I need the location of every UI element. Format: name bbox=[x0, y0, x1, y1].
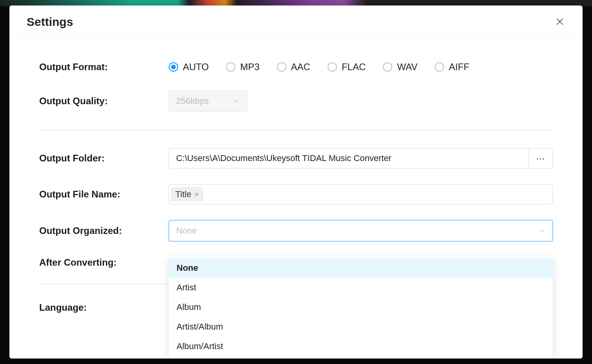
dropdown-option[interactable]: Artist/Album bbox=[169, 317, 553, 337]
radio-flac[interactable]: FLAC bbox=[328, 62, 366, 72]
row-output-file-name: Output File Name: Title× bbox=[39, 184, 553, 205]
output-organized-dropdown: NoneArtistAlbumArtist/AlbumAlbum/Artist bbox=[169, 256, 553, 359]
row-output-format: Output Format: AUTOMP3AACFLACWAVAIFF bbox=[39, 62, 553, 72]
label-output-format: Output Format: bbox=[39, 62, 169, 72]
radio-wav[interactable]: WAV bbox=[383, 62, 417, 72]
ellipsis-icon: ··· bbox=[536, 153, 545, 164]
radio-label: MP3 bbox=[240, 62, 259, 72]
modal-title: Settings bbox=[27, 15, 73, 29]
radio-icon bbox=[435, 62, 444, 72]
remove-tag-icon[interactable]: × bbox=[195, 191, 199, 198]
close-button[interactable] bbox=[553, 15, 567, 29]
radio-label: AAC bbox=[291, 62, 310, 72]
radio-label: FLAC bbox=[342, 62, 366, 72]
label-output-file-name: Output File Name: bbox=[39, 189, 169, 200]
radio-icon bbox=[328, 62, 337, 72]
radio-icon bbox=[277, 62, 286, 72]
radio-aiff[interactable]: AIFF bbox=[435, 62, 469, 72]
radio-label: AIFF bbox=[449, 62, 469, 72]
row-output-quality: Output Quality: 256kbps bbox=[39, 91, 553, 112]
radio-icon bbox=[383, 62, 392, 72]
output-quality-value: 256kbps bbox=[176, 96, 209, 106]
label-language: Language: bbox=[39, 302, 169, 313]
label-after-converting: After Converting: bbox=[39, 257, 169, 268]
modal-header: Settings bbox=[9, 5, 583, 38]
divider bbox=[39, 130, 553, 130]
radio-aac[interactable]: AAC bbox=[277, 62, 310, 72]
settings-modal: Settings Output Format: AUTOMP3AACFLACWA… bbox=[9, 5, 583, 359]
browse-folder-button[interactable]: ··· bbox=[528, 148, 553, 168]
output-folder-group: ··· bbox=[169, 148, 553, 168]
radio-label: WAV bbox=[397, 62, 417, 72]
output-organized-select[interactable]: None bbox=[169, 220, 553, 241]
chevron-down-icon bbox=[539, 228, 545, 234]
close-icon bbox=[556, 17, 564, 27]
filename-tag: Title× bbox=[171, 187, 203, 201]
label-output-quality: Output Quality: bbox=[39, 96, 169, 107]
output-organized-placeholder: None bbox=[176, 226, 197, 236]
radio-icon bbox=[226, 62, 235, 72]
output-format-radio-group: AUTOMP3AACFLACWAVAIFF bbox=[169, 62, 553, 72]
row-output-organized: Output Organized: None bbox=[39, 220, 553, 241]
output-quality-select: 256kbps bbox=[169, 91, 247, 112]
dropdown-option[interactable]: None bbox=[169, 258, 553, 278]
label-output-organized: Output Organized: bbox=[39, 225, 169, 236]
filename-tag-label: Title bbox=[175, 189, 191, 199]
radio-icon bbox=[169, 62, 178, 72]
label-output-folder: Output Folder: bbox=[39, 153, 169, 164]
radio-mp3[interactable]: MP3 bbox=[226, 62, 259, 72]
dropdown-option[interactable]: Album/Artist bbox=[169, 337, 553, 356]
output-folder-input[interactable] bbox=[169, 148, 528, 168]
row-output-folder: Output Folder: ··· bbox=[39, 148, 553, 168]
radio-label: AUTO bbox=[183, 62, 209, 72]
modal-body: Output Format: AUTOMP3AACFLACWAVAIFF Out… bbox=[9, 38, 583, 359]
dropdown-option[interactable]: Artist bbox=[169, 278, 553, 297]
chevron-down-icon bbox=[233, 98, 240, 104]
dropdown-option[interactable]: Album bbox=[169, 297, 553, 317]
output-file-name-input[interactable]: Title× bbox=[169, 184, 553, 205]
radio-auto[interactable]: AUTO bbox=[169, 62, 209, 72]
